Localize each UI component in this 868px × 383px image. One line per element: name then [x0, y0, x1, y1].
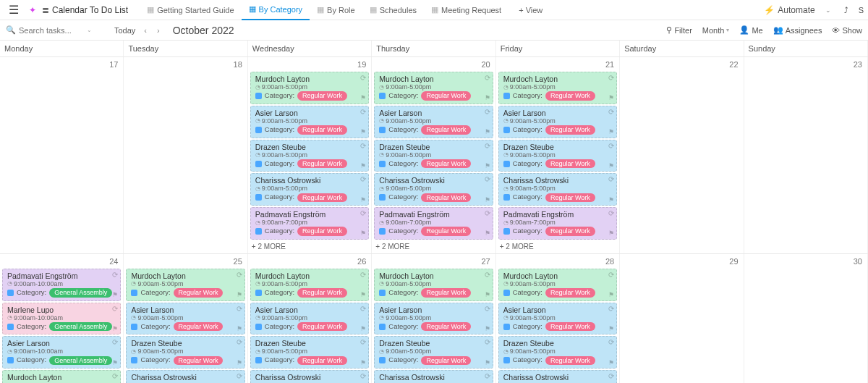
view-tab[interactable]: ▦Schedules — [362, 0, 424, 20]
category-tag[interactable]: Regular Work — [174, 356, 224, 365]
calendar-cell[interactable]: 29 — [620, 254, 744, 383]
category-tag[interactable]: General Assembly — [49, 356, 112, 365]
category-tag[interactable]: Regular Work — [545, 125, 595, 134]
view-tab[interactable]: ▦Getting Started Guide — [140, 0, 241, 20]
filter-button[interactable]: ⚲Filter — [666, 25, 692, 35]
more-events-button[interactable]: + 2 MORE — [374, 241, 493, 251]
calendar-cell[interactable]: 28⟳Murdoch Layton◔9:00am-5:00pmCategory:… — [496, 254, 620, 383]
event-card[interactable]: ⟳Asier Larson◔9:00am-5:00pmCategory:Regu… — [498, 106, 617, 138]
category-tag[interactable]: Regular Work — [421, 322, 471, 331]
event-card[interactable]: ⟳Drazen Steube◔9:00am-5:00pmCategory:Reg… — [250, 336, 369, 369]
category-tag[interactable]: Regular Work — [421, 227, 471, 235]
share-icon[interactable]: ⤴ — [841, 6, 851, 14]
event-card[interactable]: ⟳Charissa Ostrowski◔9:00am-5:00pmCategor… — [374, 370, 493, 383]
category-tag[interactable]: Regular Work — [545, 356, 595, 365]
event-card[interactable]: ⟳Padmavati Engström◔9:00am-7:00pmCategor… — [374, 207, 493, 240]
event-card[interactable]: ⟳Murdoch Layton◔9:00am-5:00pmCategory:Re… — [126, 269, 244, 301]
calendar-cell[interactable]: 25⟳Murdoch Layton◔9:00am-5:00pmCategory:… — [124, 254, 247, 383]
more-events-button[interactable]: + 2 MORE — [498, 241, 617, 251]
category-tag[interactable]: Regular Work — [421, 288, 471, 297]
assignees-button[interactable]: 👥Assignees — [773, 25, 822, 35]
event-card[interactable]: ⟳Asier Larson◔9:00am-5:00pmCategory:Regu… — [126, 303, 244, 335]
view-tab[interactable]: ▦By Category — [242, 0, 310, 20]
calendar-cell[interactable]: 21⟳Murdoch Layton◔9:00am-5:00pmCategory:… — [496, 57, 620, 253]
calendar-cell[interactable]: 22 — [620, 57, 744, 253]
automate-button[interactable]: ⚡ Automate — [764, 5, 814, 15]
event-card[interactable]: ⟳Asier Larson◔9:00am-5:00pmCategory:Regu… — [250, 106, 369, 138]
category-tag[interactable]: Regular Work — [174, 288, 224, 297]
prev-month-button[interactable]: ‹ — [142, 26, 148, 35]
event-card[interactable]: ⟳Drazen Steube◔9:00am-5:00pmCategory:Reg… — [126, 336, 244, 369]
event-card[interactable]: ⟳Murdoch Layton◔9:00am-5:00pmCategory:Re… — [498, 72, 617, 104]
more-events-button[interactable]: + 2 MORE — [250, 241, 369, 251]
category-tag[interactable]: Regular Work — [297, 91, 347, 100]
next-month-button[interactable]: › — [156, 26, 161, 35]
event-card[interactable]: ⟳Charissa Ostrowski◔9:00am-5:00pmCategor… — [498, 370, 617, 383]
category-tag[interactable]: Regular Work — [421, 356, 471, 365]
calendar-cell[interactable]: 26⟳Murdoch Layton◔9:00am-5:00pmCategory:… — [248, 254, 372, 383]
category-tag[interactable]: Regular Work — [545, 227, 595, 235]
category-tag[interactable]: Regular Work — [545, 288, 595, 297]
category-tag[interactable]: Regular Work — [297, 356, 347, 365]
event-card[interactable]: ⟳Drazen Steube◔9:00am-5:00pmCategory:Reg… — [374, 140, 493, 172]
search-input[interactable] — [19, 26, 84, 35]
view-tab[interactable]: ▦By Role — [310, 0, 362, 20]
category-tag[interactable]: Regular Work — [297, 159, 347, 168]
category-tag[interactable]: Regular Work — [421, 159, 471, 168]
category-tag[interactable]: Regular Work — [174, 322, 224, 331]
event-card[interactable]: ⟳Murdoch Layton◔9:00am-5:00pmCategory:Re… — [374, 269, 493, 301]
event-card[interactable]: ⟳Drazen Steube◔9:00am-5:00pmCategory:Reg… — [498, 140, 617, 172]
doc-title[interactable]: ≣ Calendar To Do List — [42, 5, 128, 15]
calendar-cell[interactable]: 20⟳Murdoch Layton◔9:00am-5:00pmCategory:… — [372, 57, 495, 253]
calendar-cell[interactable]: 23 — [744, 57, 868, 253]
category-tag[interactable]: Regular Work — [297, 125, 347, 134]
event-card[interactable]: ⟳Drazen Steube◔9:00am-5:00pmCategory:Reg… — [498, 336, 617, 369]
month-picker[interactable]: Month▾ — [702, 26, 730, 35]
category-tag[interactable]: Regular Work — [545, 91, 595, 100]
category-tag[interactable]: Regular Work — [421, 91, 471, 100]
event-card[interactable]: ⟳Asier Larson◔9:00am-5:00pmCategory:Regu… — [498, 303, 617, 335]
hamburger-icon[interactable]: ☰ — [4, 3, 23, 17]
event-card[interactable]: ⟳Murdoch Layton◔9:00am-5:00pmCategory:Re… — [498, 269, 617, 301]
category-tag[interactable]: General Assembly — [49, 288, 112, 297]
event-card[interactable]: ⟳Drazen Steube◔9:00am-5:00pmCategory:Reg… — [374, 336, 493, 369]
category-tag[interactable]: Regular Work — [297, 193, 347, 202]
event-card[interactable]: ⟳Marlene Lupo◔9:00am-10:00amCategory:Gen… — [2, 303, 121, 335]
event-card[interactable]: ⟳Murdoch Layton◔9:00am-10:00amCategory:G… — [2, 370, 121, 383]
category-tag[interactable]: General Assembly — [49, 322, 112, 331]
category-tag[interactable]: Regular Work — [545, 322, 595, 331]
search-caret-icon[interactable]: ⌄ — [87, 27, 92, 33]
event-card[interactable]: ⟳Charissa Ostrowski◔9:00am-5:00pmCategor… — [126, 370, 244, 383]
event-card[interactable]: ⟳Murdoch Layton◔9:00am-5:00pmCategory:Re… — [250, 269, 369, 301]
category-tag[interactable]: Regular Work — [421, 125, 471, 134]
calendar-cell[interactable]: 19⟳Murdoch Layton◔9:00am-5:00pmCategory:… — [248, 57, 372, 253]
event-card[interactable]: ⟳Asier Larson◔9:00am-5:00pmCategory:Regu… — [374, 303, 493, 335]
today-button[interactable]: Today — [114, 26, 135, 35]
me-button[interactable]: 👤Me — [739, 25, 762, 35]
category-tag[interactable]: Regular Work — [545, 159, 595, 168]
show-button[interactable]: 👁Show — [832, 26, 862, 35]
event-card[interactable]: ⟳Murdoch Layton◔9:00am-5:00pmCategory:Re… — [374, 72, 493, 104]
category-tag[interactable]: Regular Work — [545, 193, 595, 202]
event-card[interactable]: ⟳Padmavati Engström◔9:00am-10:00amCatego… — [2, 269, 121, 301]
calendar-cell[interactable]: 17 — [0, 57, 124, 253]
event-card[interactable]: ⟳Asier Larson◔9:00am-5:00pmCategory:Regu… — [374, 106, 493, 138]
calendar-cell[interactable]: 24⟳Padmavati Engström◔9:00am-10:00amCate… — [0, 254, 124, 383]
calendar-cell[interactable]: 18 — [124, 57, 247, 253]
event-card[interactable]: ⟳Charissa Ostrowski◔9:00am-5:00pmCategor… — [374, 173, 493, 206]
add-view-button[interactable]: + View — [511, 0, 550, 20]
calendar-cell[interactable]: 30 — [744, 254, 868, 383]
event-card[interactable]: ⟳Charissa Ostrowski◔9:00am-5:00pmCategor… — [250, 370, 369, 383]
event-card[interactable]: ⟳Murdoch Layton◔9:00am-5:00pmCategory:Re… — [250, 72, 369, 104]
category-tag[interactable]: Regular Work — [297, 322, 347, 331]
category-tag[interactable]: Regular Work — [421, 193, 471, 202]
event-card[interactable]: ⟳Charissa Ostrowski◔9:00am-5:00pmCategor… — [250, 173, 369, 206]
event-card[interactable]: ⟳Asier Larson◔9:00am-5:00pmCategory:Regu… — [250, 303, 369, 335]
spark-icon[interactable]: ✦ — [26, 5, 39, 15]
category-tag[interactable]: Regular Work — [297, 227, 347, 235]
calendar-cell[interactable]: 27⟳Murdoch Layton◔9:00am-5:00pmCategory:… — [372, 254, 495, 383]
chevron-down-icon[interactable]: ⌄ — [822, 7, 834, 14]
search-icon[interactable]: 🔍 — [6, 25, 16, 35]
event-card[interactable]: ⟳Charissa Ostrowski◔9:00am-5:00pmCategor… — [498, 173, 617, 206]
event-card[interactable]: ⟳Asier Larson◔9:00am-10:00amCategory:Gen… — [2, 336, 121, 369]
